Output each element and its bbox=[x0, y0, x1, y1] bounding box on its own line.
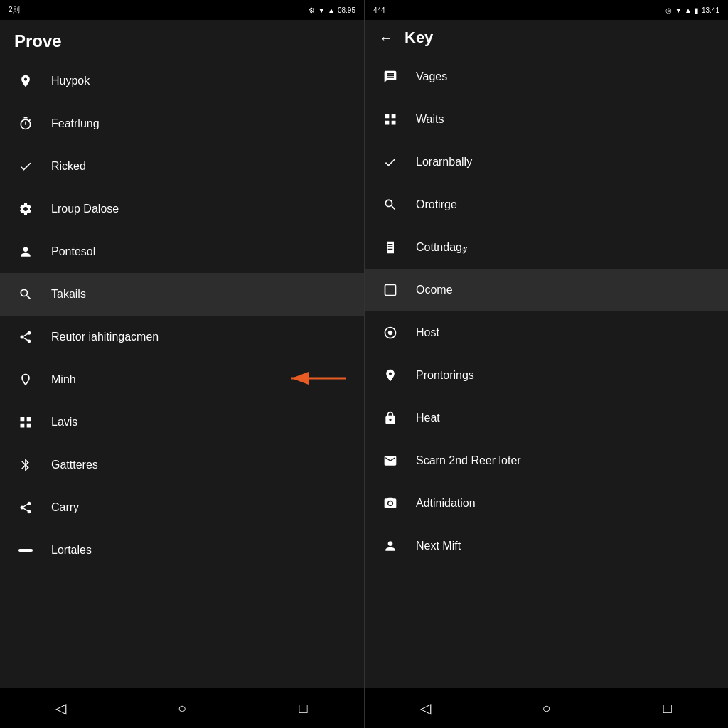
menu-label-cotndagz: Cottndag𝓏 bbox=[416, 241, 467, 254]
menu-label-huypok: Huypok bbox=[51, 75, 90, 87]
menu-label-ricked: Ricked bbox=[51, 160, 86, 173]
menu-item-adtinidation[interactable]: Adtinidation bbox=[365, 482, 728, 525]
back-button-left[interactable]: ◁ bbox=[43, 691, 77, 725]
menu-item-gattteres[interactable]: Gattteres bbox=[0, 444, 364, 486]
menu-label-host: Host bbox=[416, 326, 439, 339]
time-left: 08:95 bbox=[338, 6, 355, 14]
menu-item-heat[interactable]: Heat bbox=[365, 397, 728, 439]
search-icon-right bbox=[379, 193, 402, 216]
share-icon bbox=[14, 326, 37, 348]
camera-icon bbox=[379, 492, 402, 515]
bar-icon bbox=[14, 539, 37, 562]
check-icon bbox=[14, 155, 37, 178]
menu-item-vages[interactable]: Vages bbox=[365, 55, 728, 98]
sim-icon: 2則 bbox=[9, 5, 20, 15]
menu-label-vages: Vages bbox=[416, 70, 447, 83]
app-title: Prove bbox=[0, 20, 364, 60]
right-status-right: ◎ ▼ ▲ ▮ 13:41 bbox=[665, 6, 719, 14]
wifi-icon: ▼ bbox=[318, 6, 325, 14]
svg-rect-2 bbox=[18, 549, 33, 552]
menu-item-takails[interactable]: Takails bbox=[0, 273, 364, 316]
menu-label-carry: Carry bbox=[51, 501, 79, 514]
location-icon bbox=[14, 70, 37, 92]
menu-item-reutor[interactable]: Reutor iahitingacmen bbox=[0, 316, 364, 358]
menu-label-ocome: Ocome bbox=[416, 284, 453, 296]
page-title-right: Key bbox=[405, 28, 433, 47]
menu-label-lroup-dalose: Lroup Dalose bbox=[51, 203, 119, 215]
menu-item-lroup-dalose[interactable]: Lroup Dalose bbox=[0, 188, 364, 230]
menu-label-lortales: Lortales bbox=[51, 544, 92, 557]
menu-label-orotirge: Orotirge bbox=[416, 198, 457, 211]
person-icon-right bbox=[379, 535, 402, 557]
mail-icon bbox=[379, 449, 402, 472]
menu-label-gattteres: Gattteres bbox=[51, 459, 98, 471]
menu-label-scarn: Scarn 2nd Reer loter bbox=[416, 454, 521, 467]
menu-item-host[interactable]: Host bbox=[365, 311, 728, 354]
square-check-icon bbox=[379, 279, 402, 301]
right-panel: 444 ◎ ▼ ▲ ▮ 13:41 ← Key Vages Waits bbox=[364, 0, 728, 728]
back-button-right-header[interactable]: ← bbox=[379, 30, 393, 46]
left-status-bar: 2則 ⚙ ▼ ▲ 08:95 bbox=[0, 0, 364, 20]
menu-item-prontorings[interactable]: Prontorings bbox=[365, 354, 728, 397]
left-status-left: 2則 bbox=[9, 5, 20, 15]
home-button-right[interactable]: ○ bbox=[529, 691, 563, 725]
menu-item-waits[interactable]: Waits bbox=[365, 98, 728, 141]
svg-rect-3 bbox=[385, 285, 396, 296]
arrow-annotation bbox=[286, 370, 350, 390]
menu-item-minh[interactable]: Minh bbox=[0, 358, 364, 401]
menu-label-lorarnbally: Lorarnbally bbox=[416, 156, 472, 168]
right-page-header: ← Key bbox=[365, 20, 728, 55]
bluetooth-icon bbox=[14, 454, 37, 476]
target-icon: ◎ bbox=[665, 6, 672, 14]
back-button-right[interactable]: ◁ bbox=[408, 691, 442, 725]
menu-label-takails: Takails bbox=[51, 288, 86, 301]
menu-label-pontesol: Pontesol bbox=[51, 245, 95, 258]
menu-label-lavis: Lavis bbox=[51, 416, 77, 429]
menu-item-next-mift[interactable]: Next Mift bbox=[365, 525, 728, 567]
carrier-text: 444 bbox=[373, 6, 385, 14]
settings-icon bbox=[14, 198, 37, 220]
menu-item-cotndagz[interactable]: Cottndag𝓏 bbox=[365, 226, 728, 269]
menu-label-minh: Minh bbox=[51, 373, 76, 386]
grid-table-icon bbox=[379, 108, 402, 131]
menu-item-lortales[interactable]: Lortales bbox=[0, 529, 364, 572]
menu-item-ocome[interactable]: Ocome bbox=[365, 269, 728, 311]
pin-drop-icon bbox=[14, 368, 37, 391]
menu-item-carry[interactable]: Carry bbox=[0, 486, 364, 529]
lock-icon bbox=[379, 407, 402, 429]
menu-label-featrlung: Featrlung bbox=[51, 117, 100, 130]
menu-item-ricked[interactable]: Ricked bbox=[0, 145, 364, 188]
menu-item-scarn[interactable]: Scarn 2nd Reer loter bbox=[365, 439, 728, 482]
recent-button-left[interactable]: □ bbox=[287, 691, 321, 725]
menu-item-lavis[interactable]: Lavis bbox=[0, 401, 364, 444]
left-nav-bar: ◁ ○ □ bbox=[0, 688, 364, 728]
right-status-bar: 444 ◎ ▼ ▲ ▮ 13:41 bbox=[365, 0, 728, 20]
menu-item-pontesol[interactable]: Pontesol bbox=[0, 230, 364, 273]
menu-label-next-mift: Next Mift bbox=[416, 540, 461, 552]
menu-item-huypok[interactable]: Huypok bbox=[0, 60, 364, 102]
menu-item-lorarnbally[interactable]: Lorarnbally bbox=[365, 141, 728, 183]
wifi-icon-right: ▼ bbox=[675, 6, 682, 14]
home-button-left[interactable]: ○ bbox=[165, 691, 199, 725]
left-panel: 2則 ⚙ ▼ ▲ 08:95 Prove Huypok Featrlung bbox=[0, 0, 364, 728]
arrow-svg bbox=[286, 370, 350, 387]
location-icon-right bbox=[379, 364, 402, 387]
recent-button-right[interactable]: □ bbox=[651, 691, 685, 725]
person-icon bbox=[14, 240, 37, 263]
search-icon bbox=[14, 283, 37, 306]
share2-icon bbox=[14, 496, 37, 519]
right-menu-list: Vages Waits Lorarnbally Orotirge bbox=[365, 55, 728, 688]
menu-label-adtinidation: Adtinidation bbox=[416, 497, 476, 510]
right-nav-bar: ◁ ○ □ bbox=[365, 688, 728, 728]
chat-icon bbox=[379, 65, 402, 88]
menu-item-orotirge[interactable]: Orotirge bbox=[365, 183, 728, 226]
menu-item-featrlung[interactable]: Featrlung bbox=[0, 102, 364, 145]
check-arrow-icon bbox=[379, 151, 402, 173]
left-status-right: ⚙ ▼ ▲ 08:95 bbox=[309, 6, 355, 14]
office-icon bbox=[379, 236, 402, 259]
gear-icon: ⚙ bbox=[309, 6, 315, 14]
power-circle-icon bbox=[379, 321, 402, 344]
timer-icon bbox=[14, 112, 37, 135]
menu-label-waits: Waits bbox=[416, 113, 444, 126]
signal-icon-right: ▲ bbox=[685, 6, 692, 14]
